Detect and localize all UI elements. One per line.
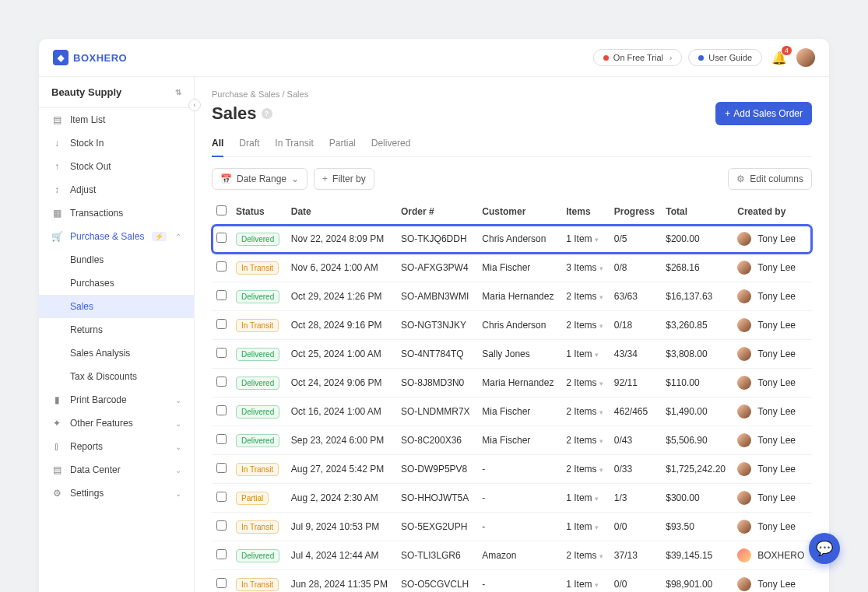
plus-icon: + (322, 173, 328, 184)
nav-print-barcode[interactable]: ▮Print Barcode⌄ (39, 388, 194, 412)
row-checkbox[interactable] (216, 261, 227, 271)
row-checkbox[interactable] (216, 434, 227, 444)
cell-total: $98,901.00 (661, 570, 733, 593)
col-status[interactable]: Status (231, 199, 286, 225)
cell-items[interactable]: 2 Items▾ (561, 541, 610, 570)
status-badge: Delivered (236, 434, 279, 447)
date-range-button[interactable]: 📅Date Range⌄ (212, 168, 307, 190)
table-row[interactable]: Delivered Oct 29, 2024 1:26 PM SO-AMBN3W… (212, 282, 812, 311)
filter-by-button[interactable]: +Filter by (314, 168, 374, 190)
tab-draft[interactable]: Draft (239, 133, 259, 156)
table-row[interactable]: Delivered Sep 23, 2024 6:00 PM SO-8C200X… (212, 426, 812, 455)
nav-sales[interactable]: Sales (39, 295, 194, 318)
status-badge: In Transit (236, 319, 279, 332)
row-checkbox[interactable] (216, 549, 227, 559)
nav-returns[interactable]: Returns (39, 318, 194, 342)
nav-stock-out[interactable]: ↑Stock Out (39, 155, 194, 178)
table-header-row: Status Date Order # Customer Items Progr… (212, 199, 812, 225)
nav-data-center[interactable]: ▤Data Center⌄ (39, 458, 194, 482)
trial-pill[interactable]: On Free Trial › (593, 49, 683, 66)
notifications-icon[interactable]: 🔔 4 (771, 51, 787, 65)
table-row[interactable]: Delivered Jul 4, 2024 12:44 AM SO-TLI3LG… (212, 541, 812, 570)
cell-date: Nov 22, 2024 8:09 PM (286, 225, 396, 254)
creator-name: Tony Lee (757, 349, 796, 359)
cell-items[interactable]: 2 Items▾ (561, 369, 610, 398)
cell-items[interactable]: 3 Items▾ (561, 254, 610, 282)
tab-all[interactable]: All (212, 133, 223, 156)
table-row[interactable]: Delivered Oct 24, 2024 9:06 PM SO-8J8MD3… (212, 369, 812, 398)
tab-delivered[interactable]: Delivered (371, 133, 411, 156)
nav-reports[interactable]: ⫿Reports⌄ (39, 435, 194, 458)
cell-items[interactable]: 2 Items▾ (561, 455, 610, 484)
table-row[interactable]: In Transit Jun 28, 2024 11:35 PM SO-O5CG… (212, 570, 812, 593)
nav-sales-analysis[interactable]: Sales Analysis (39, 342, 194, 365)
nav-other-features[interactable]: ✦Other Features⌄ (39, 412, 194, 435)
edit-columns-button[interactable]: ⚙Edit columns (728, 168, 812, 190)
row-checkbox[interactable] (216, 319, 227, 329)
creator-avatar (737, 289, 751, 303)
row-checkbox[interactable] (216, 463, 227, 473)
row-checkbox[interactable] (216, 233, 227, 243)
chat-fab[interactable]: 💬 (809, 533, 840, 564)
table-row[interactable]: In Transit Oct 28, 2024 9:16 PM SO-NGT3N… (212, 311, 812, 340)
row-checkbox[interactable] (216, 348, 227, 358)
cell-items[interactable]: 1 Item▾ (561, 513, 610, 541)
table-row[interactable]: In Transit Jul 9, 2024 10:53 PM SO-5EXG2… (212, 513, 812, 541)
select-all-checkbox[interactable] (216, 205, 227, 215)
row-checkbox[interactable] (216, 290, 227, 300)
col-items[interactable]: Items (561, 199, 610, 225)
tab-partial[interactable]: Partial (329, 133, 356, 156)
nav-transactions[interactable]: ▦Transactions (39, 201, 194, 225)
col-date[interactable]: Date (286, 199, 396, 225)
cell-items[interactable]: 2 Items▾ (561, 426, 610, 455)
guide-pill[interactable]: User Guide (688, 49, 762, 66)
col-created[interactable]: Created by (733, 199, 812, 225)
nav-settings[interactable]: ⚙Settings⌄ (39, 482, 194, 505)
row-checkbox[interactable] (216, 377, 227, 387)
help-icon[interactable]: ? (262, 108, 272, 119)
cell-order: SO-DW9P5PV8 (396, 455, 477, 484)
col-customer[interactable]: Customer (477, 199, 561, 225)
row-checkbox[interactable] (216, 578, 227, 588)
nav-bundles[interactable]: Bundles (39, 248, 194, 271)
list-icon: ▤ (51, 114, 62, 125)
nav-purchases[interactable]: Purchases (39, 271, 194, 295)
cell-items[interactable]: 2 Items▾ (561, 311, 610, 340)
row-checkbox[interactable] (216, 405, 227, 415)
cell-items[interactable]: 2 Items▾ (561, 398, 610, 426)
table-row[interactable]: Delivered Nov 22, 2024 8:09 PM SO-TKJQ6D… (212, 225, 812, 254)
col-order[interactable]: Order # (396, 199, 477, 225)
nav-item-list[interactable]: ▤Item List (39, 108, 194, 131)
breadcrumb-parent[interactable]: Purchase & Sales (212, 89, 279, 99)
cell-items[interactable]: 1 Item▾ (561, 340, 610, 369)
dropdown-icon: ▾ (599, 552, 603, 560)
workspace-selector[interactable]: Beauty Supply ⇅ (39, 77, 194, 108)
brand-logo[interactable]: ◆ BOXHERO (53, 50, 127, 65)
table-row[interactable]: In Transit Nov 6, 2024 1:00 AM SO-AFXG3P… (212, 254, 812, 282)
table-row[interactable]: In Transit Aug 27, 2024 5:42 PM SO-DW9P5… (212, 455, 812, 484)
nav-adjust[interactable]: ↕Adjust (39, 178, 194, 201)
cell-progress: 0/43 (610, 426, 661, 455)
row-checkbox[interactable] (216, 492, 227, 502)
tab-intransit[interactable]: In Transit (275, 133, 313, 156)
cell-items[interactable]: 1 Item▾ (561, 225, 610, 254)
col-progress[interactable]: Progress (610, 199, 661, 225)
table-row[interactable]: Delivered Oct 25, 2024 1:00 AM SO-4NT784… (212, 340, 812, 369)
creator-name: Tony Lee (757, 464, 796, 475)
cell-total: $5,506.90 (661, 426, 733, 455)
table-row[interactable]: Delivered Oct 16, 2024 1:00 AM SO-LNDMMR… (212, 398, 812, 426)
cell-items[interactable]: 1 Item▾ (561, 484, 610, 513)
sidebar-collapse-button[interactable]: ‹ (188, 99, 201, 111)
nav-tax-discounts[interactable]: Tax & Discounts (39, 365, 194, 388)
col-total[interactable]: Total (661, 199, 733, 225)
table-row[interactable]: Partial Aug 2, 2024 2:30 AM SO-HHOJWT5A … (212, 484, 812, 513)
cell-items[interactable]: 2 Items▾ (561, 282, 610, 311)
subnav-purchase-sales: Bundles Purchases Sales Returns Sales An… (39, 248, 194, 388)
nav-purchase-sales[interactable]: 🛒Purchase & Sales ⚡⌃ (39, 225, 194, 248)
cell-items[interactable]: 1 Item▾ (561, 570, 610, 593)
row-checkbox[interactable] (216, 520, 227, 531)
add-sales-order-button[interactable]: + Add Sales Order (715, 102, 812, 125)
nav-stock-in[interactable]: ↓Stock In (39, 131, 194, 155)
chart-icon: ⫿ (51, 441, 62, 452)
user-avatar[interactable] (796, 48, 815, 67)
